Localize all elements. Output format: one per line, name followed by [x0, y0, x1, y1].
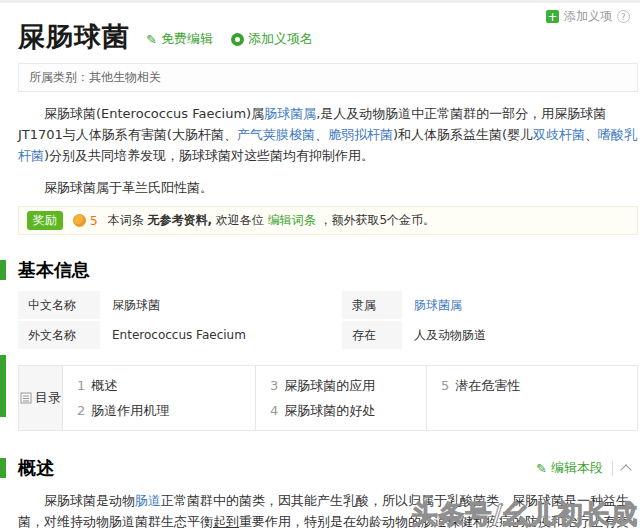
- toc-item-label: 潜在危害性: [455, 378, 520, 393]
- toc-item[interactable]: 1概述: [77, 373, 255, 398]
- toc-item-label: 屎肠球菌的好处: [284, 403, 375, 418]
- text-segment: 屎肠球菌是动物: [44, 493, 135, 508]
- inline-link[interactable]: 肠道: [135, 493, 161, 508]
- table-row: 中文名称 屎肠球菌 隶属 肠球菌属: [18, 291, 638, 319]
- add-alias-label: 添加义项名: [248, 30, 313, 48]
- intro-paragraph-2: 屎肠球菌属于革兰氏阳性菌。: [18, 177, 638, 198]
- toc-icon: [20, 392, 32, 404]
- page-title: 屎肠球菌: [18, 21, 130, 53]
- inline-link[interactable]: 产气荚膜梭菌: [237, 127, 315, 142]
- add-alias-button[interactable]: 添加义项名: [231, 30, 313, 48]
- text-segment: 、: [585, 127, 598, 142]
- info-value: Enterococcus Faecium: [102, 321, 340, 349]
- category-text: 所属类别：其他生物相关: [29, 70, 161, 84]
- info-value-link[interactable]: 肠球菌属: [404, 291, 638, 319]
- overview-title: 概述: [18, 457, 54, 479]
- info-value: 屎肠球菌: [102, 291, 340, 319]
- text-segment: 无参考资料,: [147, 213, 212, 227]
- toc-item[interactable]: 4屎肠球菌的好处: [270, 398, 426, 423]
- plus-icon[interactable]: +: [546, 10, 559, 23]
- overview-header: 概述 ✎ 编辑本段: [18, 457, 638, 479]
- toc-column: 1概述 2肠道作用机理: [63, 366, 256, 430]
- intro-paragraph-1: 屎肠球菌(Enterococcus Faecium)属肠球菌属,是人及动物肠道中…: [18, 103, 638, 166]
- coin-icon: [73, 214, 86, 227]
- toc-item-number: 1: [77, 378, 85, 393]
- article-content: 屎肠球菌 ✎ 免费编辑 添加义项名 所属类别：其他生物相关 屎肠球菌(Enter…: [0, 21, 640, 529]
- inline-link[interactable]: 肠球菌属: [264, 106, 316, 121]
- toc-item-label: 概述: [91, 378, 117, 393]
- text-segment: )和人体肠系益生菌(婴儿: [393, 127, 533, 142]
- toc-label: 目录: [19, 366, 63, 430]
- toc-column: 3屎肠球菌的应用 4屎肠球菌的好处: [256, 366, 427, 430]
- text-segment: 、: [315, 127, 328, 142]
- reward-bar: 奖励 5 本词条 无参考资料, 欢迎各位 编辑词条 ，额外获取5个金币。: [18, 206, 638, 235]
- page-top-divider: [0, 0, 640, 3]
- toc-box: 目录 1概述 2肠道作用机理 3屎肠球菌的应用 4屎肠球菌的好处: [18, 365, 638, 431]
- info-label: 隶属: [342, 291, 402, 319]
- coin-count: 5: [90, 214, 98, 228]
- help-icon[interactable]: ?: [617, 10, 630, 23]
- text-segment: 屎肠球菌(Enterococcus Faecium)属: [44, 106, 264, 121]
- toc-item-number: 5: [441, 378, 449, 393]
- toc-item-number: 2: [77, 403, 85, 418]
- info-label: 中文名称: [18, 291, 100, 319]
- edit-section-label: 编辑本段: [551, 459, 603, 477]
- text-segment: 本词条: [108, 213, 148, 227]
- pencil-icon: ✎: [536, 461, 547, 476]
- toc-item-number: 4: [270, 403, 278, 418]
- toc-item[interactable]: 2肠道作用机理: [77, 398, 255, 423]
- free-edit-label: 免费编辑: [161, 30, 213, 48]
- title-row: 屎肠球菌 ✎ 免费编辑 添加义项名: [18, 21, 638, 53]
- reward-text: 本词条 无参考资料, 欢迎各位 编辑词条 ，额外获取5个金币。: [108, 212, 435, 229]
- table-row: 外文名称 Enterococcus Faecium 存在 人及动物肠道: [18, 321, 638, 349]
- add-item-area[interactable]: + 添加义项 ?: [546, 8, 630, 25]
- inline-link[interactable]: 双歧杆菌: [533, 127, 585, 142]
- tools-divider: [612, 461, 613, 476]
- free-edit-button[interactable]: ✎ 免费编辑: [146, 30, 213, 48]
- edit-section-button[interactable]: ✎ 编辑本段: [536, 459, 603, 477]
- overview-paragraph: 屎肠球菌是动物肠道正常菌群中的菌类，因其能产生乳酸，所以归属于乳酸菌类。屎肠球菌…: [18, 490, 638, 529]
- pencil-icon: ✎: [146, 32, 157, 47]
- basic-info-title: 基本信息: [18, 259, 90, 281]
- basic-info-header: 基本信息: [18, 259, 638, 281]
- toc-item-number: 3: [270, 378, 278, 393]
- toc-item-label: 肠道作用机理: [91, 403, 169, 418]
- inline-link[interactable]: 编辑词条: [268, 213, 316, 227]
- add-item-label[interactable]: 添加义项: [564, 8, 612, 25]
- toc-item-label: 屎肠球菌的应用: [284, 378, 375, 393]
- info-label: 外文名称: [18, 321, 100, 349]
- reward-badge: 奖励: [27, 211, 63, 230]
- toc-column: 5潜在危害性: [427, 366, 637, 430]
- info-label: 存在: [342, 321, 402, 349]
- inline-link[interactable]: 脆弱拟杆菌: [328, 127, 393, 142]
- collapse-chevron-icon[interactable]: [620, 464, 631, 475]
- basic-info-table: 中文名称 屎肠球菌 隶属 肠球菌属 外文名称 Enterococcus Faec…: [18, 291, 638, 349]
- text-segment: )分别及共同培养发现，肠球球菌对这些菌均有抑制作用。: [44, 148, 374, 163]
- toc-label-text: 目录: [35, 389, 61, 407]
- text-segment: 欢迎各位: [212, 213, 268, 227]
- overview-tools: ✎ 编辑本段: [536, 459, 638, 477]
- toc-item[interactable]: 5潜在危害性: [441, 373, 637, 398]
- title-actions: ✎ 免费编辑 添加义项名: [146, 30, 313, 48]
- category-bar: 所属类别：其他生物相关: [18, 63, 638, 92]
- info-value: 人及动物肠道: [404, 321, 638, 349]
- text-segment: 起到: [213, 514, 239, 529]
- toc-section: 目录 1概述 2肠道作用机理 3屎肠球菌的应用 4屎肠球菌的好处: [18, 365, 638, 431]
- toc-item[interactable]: 3屎肠球菌的应用: [270, 373, 426, 398]
- add-alias-icon: [231, 33, 244, 46]
- text-segment: ，额外获取5个金币。: [316, 213, 435, 227]
